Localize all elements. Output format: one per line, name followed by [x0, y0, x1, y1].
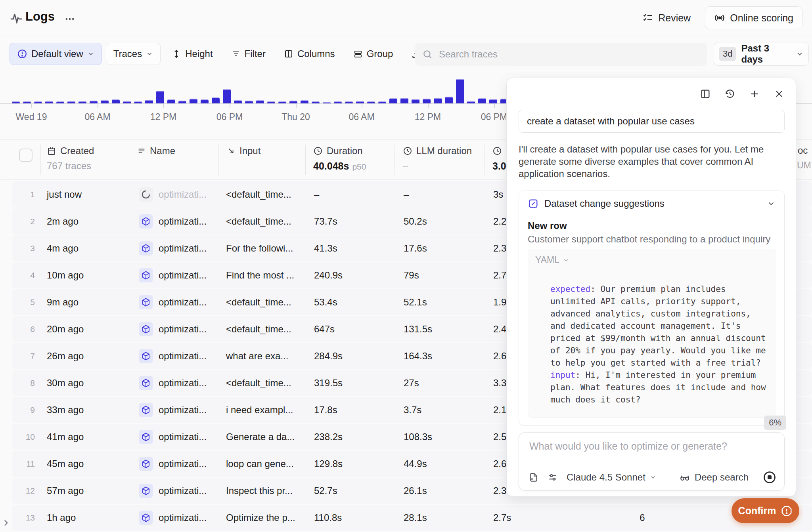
traces-selector[interactable]: Traces [106, 43, 161, 65]
ttft-cell: 2.7s [493, 505, 511, 531]
llm-duration-cell: – [404, 181, 409, 208]
attach-file-icon[interactable] [529, 472, 539, 482]
name-cell: optimizati... [159, 505, 207, 531]
calendar-icon [47, 146, 56, 156]
row-number: 1 [21, 181, 35, 208]
column-header-llm-duration[interactable]: LLM duration – [403, 145, 472, 172]
history-icon[interactable] [723, 87, 737, 101]
user-prompt-box [519, 110, 785, 133]
row-number: 11 [21, 451, 35, 477]
histogram-bar [156, 92, 164, 103]
row-number: 13 [21, 505, 35, 531]
input-cell: <default_time... [226, 316, 291, 342]
row-number: 6 [21, 316, 35, 342]
settings-sliders-icon[interactable] [548, 472, 558, 482]
table-row[interactable]: 131h agooptimizati...Optimize the p...11… [12, 505, 812, 531]
duration-cell: 240.9s [314, 262, 343, 288]
scroll-right-indicator-icon[interactable] [1, 517, 11, 529]
input-cell: i need exampl... [226, 397, 293, 423]
ttft-cell: 3s [493, 181, 503, 208]
count-cell: 6 [630, 505, 654, 531]
trace-box-icon [139, 289, 153, 315]
histogram-bar [456, 80, 464, 103]
search-traces-box [415, 43, 707, 66]
cropped-column-agg: UM [797, 160, 811, 171]
duration-cell: – [314, 181, 319, 208]
row-number: 12 [21, 478, 35, 504]
name-cell: optimizati... [159, 451, 207, 477]
column-header-duration[interactable]: Duration 40.048sp50 [313, 145, 366, 172]
height-arrows-icon [172, 49, 181, 59]
review-button[interactable]: Review [634, 6, 699, 29]
filter-button[interactable]: Filter [224, 43, 273, 65]
stop-generation-button[interactable] [763, 471, 776, 484]
duration-cell: 238.2s [314, 424, 343, 450]
input-cell: For the followi... [226, 235, 293, 261]
column-header-name[interactable]: Name [137, 145, 175, 156]
new-row-title: New row [528, 220, 567, 231]
llm-duration-cell: 44.9s [404, 451, 427, 477]
axis-tick-label: 12 PM [150, 112, 176, 122]
glasses-icon [679, 472, 691, 482]
input-cell: loop can gene... [226, 451, 294, 477]
clock-icon [492, 146, 502, 156]
name-cell: optimizati... [159, 289, 207, 315]
user-prompt-input[interactable] [519, 110, 784, 132]
created-cell: 26m ago [47, 343, 84, 369]
histogram-bar [223, 90, 231, 103]
dataset-suggestions-header[interactable]: Dataset change suggestions [528, 198, 776, 209]
created-cell: 45m ago [47, 451, 84, 477]
more-menu-button[interactable] [63, 12, 77, 26]
row-height-button[interactable]: Height [165, 43, 220, 65]
llm-duration-cell: 3.7s [404, 397, 421, 423]
input-cell: <default_time... [226, 370, 291, 396]
row-number: 7 [21, 343, 35, 369]
page-title: Logs [25, 10, 55, 24]
confirm-button[interactable]: Confirm [732, 498, 799, 523]
llm-duration-cell: 164.3s [404, 343, 432, 369]
close-icon[interactable] [772, 87, 786, 101]
default-view-selector[interactable]: Default view [10, 43, 102, 65]
assistant-panel: I'll create a dataset with popular use c… [506, 78, 796, 497]
select-all-checkbox[interactable] [19, 149, 33, 162]
duration-cell: 53.4s [314, 289, 337, 315]
column-header-input[interactable]: Input [227, 145, 260, 156]
histogram-bar [445, 97, 453, 103]
open-side-panel-icon[interactable] [698, 87, 712, 101]
llm-duration-cell: 28.1s [404, 505, 427, 531]
axis-tick-label: Wed 19 [16, 112, 47, 122]
search-input[interactable] [438, 48, 700, 60]
input-cell: <default_time... [226, 208, 291, 235]
llm-duration-cell: 17.6s [404, 235, 427, 261]
created-cell: 1h ago [47, 505, 76, 531]
model-selector[interactable]: Claude 4.5 Sonnet [567, 472, 657, 483]
new-chat-icon[interactable] [747, 87, 762, 101]
name-cell: optimizati... [159, 316, 207, 342]
created-cell: 57m ago [47, 478, 84, 504]
composer-input[interactable] [529, 440, 768, 461]
range-badge: 3d [719, 47, 736, 61]
row-number: 8 [21, 370, 35, 396]
group-button[interactable]: Group [346, 43, 400, 65]
chevron-down-icon [87, 50, 94, 57]
column-header-created[interactable]: Created 767 traces [47, 145, 94, 172]
created-cell: 33m ago [47, 397, 84, 423]
trace-box-icon [139, 235, 153, 261]
deep-search-toggle[interactable]: Deep search [679, 472, 749, 483]
name-cell: optimizati... [159, 343, 207, 369]
chevron-down-icon [563, 257, 570, 264]
online-scoring-button[interactable]: Online scoring [705, 6, 802, 29]
name-cell: optimizati... [159, 478, 207, 504]
code-format-selector[interactable]: YAML [535, 255, 570, 265]
columns-button[interactable]: Columns [277, 43, 342, 65]
created-cell: 20m ago [47, 316, 84, 342]
date-range-selector[interactable]: 3d Past 3 days [714, 42, 809, 66]
arrow-down-right-icon [227, 147, 236, 155]
llm-duration-cell: 52.1s [404, 289, 427, 315]
yaml-code-block: YAML expected: Our premium plan includes… [528, 249, 776, 418]
columns-icon [284, 49, 293, 59]
yaml-code: expected: Our premium plan includes unli… [550, 283, 768, 406]
logs-waveform-icon [10, 11, 23, 25]
group-icon [353, 49, 363, 59]
created-cell: 41m ago [47, 424, 84, 450]
